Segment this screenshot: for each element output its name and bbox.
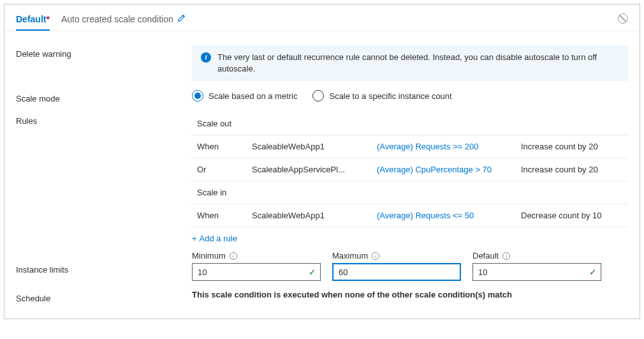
limit-minimum-input-wrap: ✓ xyxy=(192,263,321,281)
block-icon[interactable] xyxy=(618,13,628,24)
radio-scale-count[interactable]: Scale to a specific instance count xyxy=(312,90,451,102)
limit-maximum-input-wrap xyxy=(332,263,461,281)
condition-title: Default xyxy=(16,14,46,24)
limit-default: Default i ✓ xyxy=(472,251,601,281)
radio-label: Scale based on a metric xyxy=(209,91,297,101)
card-header: Default* Auto created scale condition xyxy=(4,4,640,31)
limit-minimum-input[interactable] xyxy=(193,267,320,277)
schedule-text: This scale condition is executed when no… xyxy=(192,290,512,299)
radio-scale-metric[interactable]: Scale based on a metric xyxy=(192,90,297,102)
limit-maximum-label: Maximum xyxy=(332,251,368,260)
row-delete-warning: Delete warning i The very last or defaul… xyxy=(16,45,628,81)
rules-section-scale-out: Scale out xyxy=(192,112,628,135)
info-banner: i The very last or default recurrence ru… xyxy=(192,45,628,81)
info-hint-icon[interactable]: i xyxy=(372,252,379,260)
info-icon: i xyxy=(201,52,211,63)
row-rules: Rules Scale out When ScaleableWebApp1 (A… xyxy=(16,112,628,248)
label-rules: Rules xyxy=(16,112,192,126)
card-body: Delete warning i The very last or defaul… xyxy=(4,31,640,319)
condition-title-tab[interactable]: Default* xyxy=(16,14,50,31)
limit-minimum-label: Minimum xyxy=(192,251,226,260)
add-rule-button[interactable]: + Add a rule xyxy=(192,227,237,248)
info-banner-text: The very last or default recurrence rule… xyxy=(217,52,619,75)
rule-row[interactable]: When ScaleableWebApp1 (Average) Requests… xyxy=(192,135,628,158)
radio-label: Scale to a specific instance count xyxy=(329,91,451,101)
edit-icon[interactable] xyxy=(177,13,186,24)
radio-outer-icon xyxy=(312,90,324,102)
limit-default-input[interactable] xyxy=(473,267,601,277)
label-scale-mode: Scale mode xyxy=(16,90,192,103)
rule-row[interactable]: Or ScaleableAppServicePl... (Average) Cp… xyxy=(192,158,628,181)
rule-condition-link[interactable]: (Average) Requests >= 200 xyxy=(377,142,478,151)
row-schedule: Schedule This scale condition is execute… xyxy=(16,290,628,303)
add-rule-label: Add a rule xyxy=(200,234,237,243)
label-delete-warning: Delete warning xyxy=(16,45,192,59)
rule-resource: ScaleableWebApp1 xyxy=(252,142,373,151)
info-hint-icon[interactable]: i xyxy=(230,252,237,260)
instance-limits: Minimum i ✓ Maximum i xyxy=(192,251,628,281)
plus-icon: + xyxy=(192,234,197,243)
rule-resource: ScaleableAppServicePl... xyxy=(252,165,373,174)
limit-default-label: Default xyxy=(472,251,499,260)
limit-minimum: Minimum i ✓ xyxy=(192,251,321,281)
rules-table: Scale out When ScaleableWebApp1 (Average… xyxy=(192,112,628,248)
rule-resource: ScaleableWebApp1 xyxy=(252,211,373,220)
rule-condition-link[interactable]: (Average) CpuPercentage > 70 xyxy=(377,165,492,174)
rule-action: Increase count by 20 xyxy=(521,142,623,151)
info-hint-icon[interactable]: i xyxy=(502,252,510,260)
limit-default-input-wrap: ✓ xyxy=(472,263,601,281)
radio-outer-icon xyxy=(192,90,203,102)
rule-action: Increase count by 20 xyxy=(521,165,623,174)
rule-when: When xyxy=(197,211,248,220)
required-marker: * xyxy=(46,14,49,24)
rule-action: Decrease count by 10 xyxy=(521,211,623,220)
rules-section-scale-in: Scale in xyxy=(192,181,628,204)
rule-row[interactable]: When ScaleableWebApp1 (Average) Requests… xyxy=(192,204,628,227)
rule-when: When xyxy=(197,142,248,151)
limit-maximum: Maximum i xyxy=(332,251,461,281)
row-instance-limits: Instance limits Minimum i ✓ xyxy=(16,251,628,281)
row-scale-mode: Scale mode Scale based on a metric Scale… xyxy=(16,90,628,103)
rule-when: Or xyxy=(197,165,248,174)
condition-subtitle: Auto created scale condition xyxy=(61,14,173,24)
rule-condition-link[interactable]: (Average) Requests <= 50 xyxy=(377,211,474,220)
label-schedule: Schedule xyxy=(16,290,192,303)
scale-mode-radio-group: Scale based on a metric Scale to a speci… xyxy=(192,90,628,102)
limit-maximum-input[interactable] xyxy=(333,267,460,277)
scale-condition-card: Default* Auto created scale condition De… xyxy=(4,4,640,319)
label-instance-limits: Instance limits xyxy=(16,251,192,275)
